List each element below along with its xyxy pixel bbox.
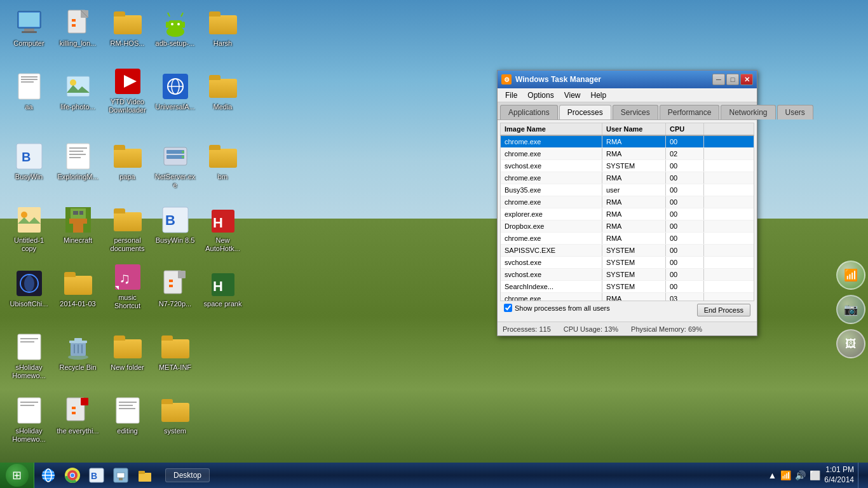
icon-2014-01-03[interactable]: 2014-01-03 — [54, 266, 102, 311]
taskbar-system-tray: ▲ 📶 🔊 ⬜ 1:01 PM 6/4/2014 — [763, 463, 868, 488]
icon-universal-label: UniversalA... — [155, 103, 194, 111]
process-row[interactable]: svchost.exe SYSTEM 00 — [501, 269, 754, 281]
process-row[interactable]: chrome.exe RMA 03 — [501, 293, 754, 301]
icon-minecraft[interactable]: Minecraft — [54, 202, 102, 247]
wifi-icon-ball[interactable]: 📶 — [836, 261, 865, 290]
icon-new-folder[interactable]: New folder — [104, 329, 151, 374]
close-button[interactable]: ✕ — [740, 74, 753, 85]
task-manager-menubar: File Options View Help — [498, 88, 757, 102]
process-row[interactable]: Busy35.exe user 00 — [501, 184, 754, 196]
icon-n7-720p[interactable]: N7-720p... — [151, 266, 199, 311]
taskbar-clock[interactable]: 1:01 PM 6/4/2014 — [824, 465, 854, 485]
tray-network-icon[interactable]: 📶 — [780, 470, 791, 480]
menu-file[interactable]: File — [500, 90, 522, 101]
taskbar-chrome-icon[interactable] — [61, 464, 84, 487]
minimize-button[interactable]: ─ — [712, 74, 725, 85]
icon-folder-harsh[interactable]: Harsh — [199, 5, 247, 50]
icon-recycle-bin[interactable]: Recycle Bin — [54, 329, 102, 374]
icon-netserver[interactable]: NetServer.exe — [151, 139, 199, 192]
icon-folder-bm-label: bm — [218, 173, 227, 181]
icon-autohotk[interactable]: H New AutoHotk... — [199, 202, 247, 255]
process-name: svchost.exe — [501, 160, 602, 172]
icon-system[interactable]: system — [151, 393, 199, 438]
svg-rect-15 — [166, 22, 168, 28]
tray-arrow-icon[interactable]: ▲ — [768, 470, 776, 480]
process-row[interactable]: Dropbox.exe RMA 00 — [501, 220, 754, 233]
taskbar-network-icon[interactable] — [109, 464, 132, 487]
icon-sholiday1[interactable]: sHoliday Homewo... — [5, 329, 53, 383]
space-prank-icon: H — [208, 268, 238, 299]
process-user: RMA — [602, 208, 666, 220]
tab-processes[interactable]: Processes — [559, 105, 611, 119]
menu-view[interactable]: View — [559, 90, 586, 101]
menu-help[interactable]: Help — [586, 90, 612, 101]
tab-networking[interactable]: Networking — [721, 105, 775, 119]
icon-meta-inf[interactable]: META-INF — [151, 329, 199, 374]
icon-untitled1[interactable]: Untitled-1 copy — [5, 202, 53, 255]
icon-busywin[interactable]: B BusyWin — [5, 139, 53, 184]
show-all-processes-label[interactable]: Show processes from all users — [515, 304, 610, 312]
icon-aa-label: aa — [25, 103, 32, 111]
svg-rect-37 — [166, 150, 184, 154]
process-row[interactable]: chrome.exe RMA 00 — [501, 233, 754, 245]
process-row[interactable]: chrome.exe RMA 02 — [501, 148, 754, 160]
maximize-button[interactable]: □ — [726, 74, 739, 85]
icon-ubisoft[interactable]: UbisoftChi... — [5, 266, 53, 311]
process-row[interactable]: chrome.exe RMA 00 — [501, 196, 754, 208]
icon-exploringm[interactable]: ExploringM... — [54, 139, 102, 184]
process-row[interactable]: svchost.exe SYSTEM 00 — [501, 160, 754, 172]
icon-personal-docs[interactable]: personal documents — [104, 202, 151, 255]
taskbar-ie-icon[interactable] — [37, 464, 60, 487]
process-list[interactable]: chrome.exe RMA 00 chrome.exe RMA 02 svch… — [500, 136, 754, 301]
process-row[interactable]: SearchIndexe... SYSTEM 00 — [501, 281, 754, 293]
process-row[interactable]: SAPISSVC.EXE SYSTEM 00 — [501, 245, 754, 257]
col-header-user-name[interactable]: User Name — [602, 123, 666, 135]
col-header-cpu[interactable]: CPU — [666, 123, 704, 135]
icon-sholiday2[interactable]: sHoliday Homewo... — [5, 393, 53, 446]
tab-services[interactable]: Services — [613, 105, 658, 119]
image-icon-ball[interactable]: 🖼 — [836, 329, 865, 358]
svg-rect-7 — [72, 22, 76, 24]
icon-computer-label: Computer — [13, 39, 44, 48]
icon-the-everythi[interactable]: the everythi... — [54, 393, 102, 438]
show-desktop-button[interactable] — [858, 463, 863, 488]
icon-music-shortcut[interactable]: ♫ music Shortcut — [104, 259, 151, 313]
taskbar-folder-icon[interactable] — [133, 464, 156, 487]
end-process-button[interactable]: End Process — [697, 304, 750, 316]
show-all-processes-checkbox[interactable] — [504, 304, 512, 312]
camera-icon-ball[interactable]: 📷 — [836, 295, 865, 324]
process-row[interactable]: chrome.exe RMA 00 — [501, 172, 754, 184]
icon-computer[interactable]: Computer — [5, 5, 53, 50]
process-row[interactable]: svchost.exe SYSTEM 00 — [501, 257, 754, 269]
taskbar-busywin-icon[interactable]: B — [85, 464, 108, 487]
icon-universal[interactable]: UniversalA... — [151, 69, 199, 114]
tray-volume-icon[interactable]: 🔊 — [795, 470, 806, 480]
icon-folder-rmahos[interactable]: RM-HOS... — [104, 5, 151, 50]
icon-android[interactable]: adb-setup-... — [151, 5, 199, 50]
taskbar-desktop-label[interactable]: Desktop — [165, 468, 210, 482]
tab-applications[interactable]: Applications — [500, 105, 558, 119]
icon-ytd[interactable]: YTD Video Downloader — [104, 64, 151, 117]
svg-rect-49 — [79, 211, 83, 215]
icon-meta-inf-label: META-INF — [159, 363, 191, 372]
menu-options[interactable]: Options — [522, 90, 559, 101]
icon-editing[interactable]: editing — [104, 393, 151, 438]
icon-zip1[interactable]: killing_lon... — [54, 5, 102, 50]
icon-folder-bm[interactable]: bm — [199, 139, 247, 184]
process-row[interactable]: explorer.exe RMA 00 — [501, 208, 754, 220]
tab-users[interactable]: Users — [777, 105, 813, 119]
tray-battery-icon[interactable]: ⬜ — [810, 470, 820, 480]
process-row[interactable]: chrome.exe RMA 00 — [501, 136, 754, 148]
svg-text:B: B — [91, 471, 97, 481]
icon-space-prank[interactable]: H space prank — [199, 266, 247, 311]
icon-ytd-label: YTD Video Downloader — [106, 98, 149, 114]
start-button[interactable]: ⊞ — [0, 463, 34, 488]
icon-folder-media[interactable]: Media — [199, 69, 247, 114]
icon-aa[interactable]: aa — [5, 69, 53, 114]
icon-life-photo[interactable]: life-photo... — [54, 69, 102, 114]
svg-rect-3 — [22, 31, 37, 33]
icon-folder-papa[interactable]: papa — [104, 139, 151, 184]
tab-performance[interactable]: Performance — [660, 105, 720, 119]
col-header-image-name[interactable]: Image Name — [501, 123, 602, 135]
icon-busywin35[interactable]: B BusyWin 8.5 — [151, 202, 199, 247]
